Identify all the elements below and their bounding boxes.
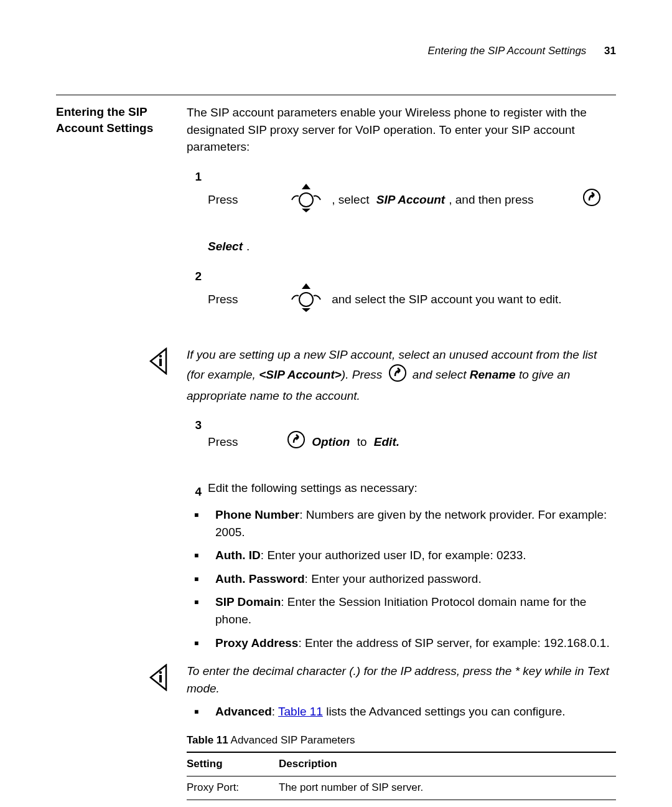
list-item: ■ Phone Number: Numbers are given by the…	[187, 506, 616, 540]
cell-description: The port number of SIP server.	[279, 776, 616, 800]
label: Advanced	[215, 705, 272, 718]
step-1: 1 Press , select SIP Account	[187, 164, 616, 255]
info-icon	[149, 346, 187, 404]
text: .	[246, 238, 250, 255]
text: : Enter your authorized password.	[305, 572, 482, 585]
text: to	[353, 433, 370, 451]
step-number: 2	[187, 264, 202, 285]
bullet-text: Auth. ID: Enter your authorized user ID,…	[215, 547, 616, 564]
list-item: ■ Proxy Address: Enter the address of SI…	[187, 635, 616, 652]
table-row: Outbound Address: Outbound proxy address…	[187, 800, 616, 807]
text: and select the SIP account you want to e…	[332, 291, 561, 308]
bold-text: SIP Account	[376, 191, 446, 209]
svg-rect-8	[159, 675, 162, 682]
label: Phone Number	[215, 508, 299, 521]
bullet-icon: ■	[187, 703, 215, 720]
bullet-icon: ■	[187, 570, 215, 588]
bullet-text: Proxy Address: Enter the address of SIP …	[215, 635, 616, 652]
table-caption: Table 11 Advanced SIP Parameters	[187, 733, 616, 748]
cell-setting: Proxy Port:	[187, 776, 279, 800]
softkey-icon	[388, 364, 407, 387]
step-body: Press and select the SIP account you wan…	[208, 264, 616, 336]
text: ). Press	[342, 368, 386, 381]
text: , and then press	[449, 191, 537, 209]
section-heading: Entering the SIP Account Settings	[56, 104, 187, 807]
bullet-text: SIP Domain: Enter the Session Initiation…	[215, 593, 616, 628]
running-header: Entering the SIP Account Settings 31	[56, 45, 616, 57]
list-item: ■ Advanced: Table 11 lists the Advanced …	[187, 703, 616, 720]
text: lists the Advanced settings you can conf…	[323, 705, 566, 718]
bullet-text: Auth. Password: Enter your authorized pa…	[215, 570, 616, 588]
cell-setting: Outbound Address:	[187, 800, 279, 807]
caption-number: Table 11	[187, 734, 228, 746]
label: Auth. Password	[215, 572, 305, 585]
text: : Enter your authorized user ID, for exa…	[261, 549, 526, 562]
bold-text: <SIP Account>	[259, 368, 342, 381]
horizontal-rule	[56, 95, 616, 95]
step-number: 3	[187, 413, 202, 434]
step-2: 2 Press and select the SIP account you w…	[187, 264, 616, 336]
bullet-text: Advanced: Table 11 lists the Advanced se…	[215, 703, 616, 720]
step-body: Press , select SIP Account , and then pr…	[208, 164, 616, 255]
svg-point-0	[299, 193, 313, 207]
table-header-setting: Setting	[187, 752, 279, 776]
dpad-icon	[249, 264, 324, 336]
table-reference-link[interactable]: Table 11	[278, 705, 323, 718]
bullet-icon: ■	[187, 547, 215, 564]
bold-text: Option	[312, 433, 350, 451]
intro-paragraph: The SIP account parameters enable your W…	[187, 104, 616, 156]
step-body: Press Option to Edit.	[208, 413, 616, 471]
softkey-icon	[248, 413, 306, 471]
step-3: 3 Press Option to Edit.	[187, 413, 616, 471]
bullet-list: ■ Phone Number: Numbers are given by the…	[187, 506, 616, 651]
step-body: Edit the following settings as necessary…	[208, 479, 616, 497]
text: and select	[409, 368, 470, 381]
svg-point-3	[159, 355, 162, 357]
bullet-list-2: ■ Advanced: Table 11 lists the Advanced …	[187, 703, 616, 720]
bold-text: Select	[208, 238, 243, 255]
bullet-icon: ■	[187, 506, 215, 540]
softkey-icon	[543, 171, 601, 229]
label: SIP Domain	[215, 595, 281, 608]
page-number: 31	[604, 45, 616, 57]
list-item: ■ Auth. ID: Enter your authorized user I…	[187, 547, 616, 564]
table-row: Proxy Port: The port number of SIP serve…	[187, 776, 616, 800]
cell-description: Outbound proxy address.	[279, 800, 616, 807]
step-number: 1	[187, 164, 202, 186]
bold-text: Rename	[470, 368, 516, 381]
text: , select	[332, 191, 372, 209]
step-4: 4 Edit the following settings as necessa…	[187, 479, 616, 501]
table-header-description: Description	[279, 752, 616, 776]
section-body: The SIP account parameters enable your W…	[187, 104, 616, 807]
bullet-text: Phone Number: Numbers are given by the n…	[215, 506, 616, 540]
text: Press	[208, 433, 241, 451]
list-item: ■ SIP Domain: Enter the Session Initiati…	[187, 593, 616, 628]
header-title: Entering the SIP Account Settings	[428, 45, 587, 57]
step-number: 4	[187, 479, 202, 501]
note-block-1: If you are setting up a new SIP account,…	[187, 346, 616, 404]
text: Press	[208, 291, 241, 308]
label: Auth. ID	[215, 549, 261, 562]
list-item: ■ Auth. Password: Enter your authorized …	[187, 570, 616, 588]
label: Proxy Address	[215, 636, 298, 649]
svg-point-2	[299, 293, 313, 306]
note-text: If you are setting up a new SIP account,…	[187, 346, 616, 404]
caption-title: Advanced SIP Parameters	[228, 734, 355, 746]
bullet-icon: ■	[187, 635, 215, 652]
bullet-icon: ■	[187, 593, 215, 628]
note-block-2: To enter the decimal character (.) for t…	[187, 663, 616, 697]
text: : Enter the address of SIP server, for e…	[298, 636, 609, 649]
svg-rect-4	[159, 359, 162, 366]
bold-text: Edit.	[374, 433, 399, 451]
advanced-params-table: Setting Description Proxy Port: The port…	[187, 752, 616, 807]
note-text: To enter the decimal character (.) for t…	[187, 663, 616, 697]
info-icon	[149, 663, 187, 697]
text: Press	[208, 191, 241, 209]
dpad-icon	[249, 164, 324, 236]
svg-point-7	[159, 671, 162, 674]
page-content: Entering the SIP Account Settings 31 Ent…	[0, 0, 672, 807]
